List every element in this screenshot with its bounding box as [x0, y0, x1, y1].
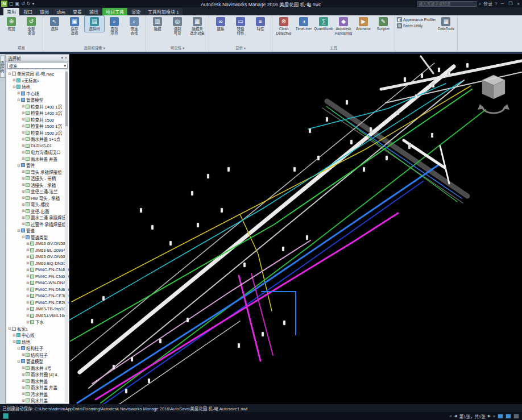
tree-expander-icon[interactable]: ⊟ — [7, 326, 12, 331]
tree-item[interactable]: ⊟管道 — [6, 227, 69, 234]
redo-icon[interactable]: ↻ — [27, 1, 31, 6]
tree-expander-icon[interactable]: ⊞ — [21, 117, 26, 122]
manhole-cylinder[interactable] — [431, 133, 433, 138]
tree-expander-icon[interactable]: ⊞ — [21, 379, 26, 383]
tree-item[interactable]: ⊞雨水井盖 井盖 — [6, 384, 69, 391]
selection-tree-dock-tab[interactable]: 选择树 — [0, 56, 5, 78]
manhole-cylinder[interactable] — [197, 223, 199, 227]
tree-item[interactable]: ⊞雨水井盖 1+1点 — [6, 136, 69, 143]
ribbon-button-find-items[interactable]: ⌕查找 项目 — [105, 16, 124, 36]
tree-expander-icon[interactable]: ⊟ — [16, 346, 21, 351]
tree-expander-icon[interactable]: ⊟ — [7, 72, 12, 76]
signin-label[interactable]: 登录 — [483, 1, 492, 7]
tree-item[interactable]: ⊞结构柱子 — [6, 352, 69, 359]
tree-item[interactable]: ⊞JM63 GV-DN600 — [6, 253, 69, 260]
cross-road[interactable] — [327, 101, 467, 196]
ribbon-button-scripter[interactable]: ✎Scripter — [374, 16, 393, 32]
manhole-cylinder[interactable] — [283, 321, 285, 325]
tree-item[interactable]: ⊞JM63-BL-20994 — [6, 247, 69, 254]
top-cross-stub[interactable] — [421, 56, 433, 73]
tree-expander-icon[interactable]: ⊟ — [16, 98, 21, 102]
manhole-cylinder[interactable] — [140, 208, 142, 213]
manhole-cylinder[interactable] — [404, 77, 406, 82]
tree-item[interactable]: ⊟结构柱子 — [6, 345, 69, 352]
tree-item[interactable]: ⊞变径三通-法兰 — [6, 188, 69, 195]
tree-item[interactable]: ⊞雨水井 4号 — [6, 365, 69, 372]
undo-icon[interactable]: ↺ — [21, 1, 25, 6]
tree-expander-icon[interactable]: ⊟ — [16, 359, 21, 364]
tree-item[interactable]: ⊞JM63 GV-DN500 — [6, 240, 69, 247]
tree-item[interactable]: ⊟管道模型 — [6, 358, 69, 365]
tree-expander-icon[interactable]: ⊞ — [21, 202, 26, 207]
tree-expander-icon[interactable]: ⊞ — [21, 196, 26, 200]
tree-expander-icon[interactable]: ⊞ — [26, 268, 30, 272]
tree-expander-icon[interactable]: ⊞ — [21, 137, 26, 142]
tree-item[interactable]: ⊞雨水井圈 [4] 4 — [6, 371, 69, 378]
ribbon-button-datatools[interactable]: ▦DataTools — [436, 16, 455, 32]
manhole-cylinder[interactable] — [125, 389, 127, 393]
tree-item[interactable]: ⊞PM4C-FN-CN400 — [6, 267, 69, 273]
ribbon-button-links[interactable]: ∞链接 — [211, 16, 230, 32]
ribbon-button-batch-utility[interactable]: ⊞Batch Utility — [397, 23, 436, 28]
tab-home[interactable]: 常用 — [3, 8, 19, 15]
manhole-cylinder[interactable] — [309, 128, 311, 133]
tree-expander-icon[interactable]: ⊞ — [21, 222, 26, 226]
tree-item[interactable]: ⊞中心线 — [6, 90, 69, 97]
tab-view[interactable]: 查看 — [69, 8, 85, 15]
tab-review[interactable]: 审阅 — [36, 8, 52, 15]
manhole-cylinder[interactable] — [227, 167, 230, 172]
tree-expander-icon[interactable]: ⊞ — [21, 392, 26, 396]
tree-item[interactable]: ⊟管道模型 — [6, 97, 69, 103]
maximize-button[interactable]: ❐ — [507, 1, 513, 6]
tree-item[interactable]: ⊞雨水井盖 — [6, 378, 69, 385]
tree-expander-icon[interactable]: ⊞ — [21, 150, 26, 155]
tree-item[interactable]: ⊞<无标高> — [6, 77, 69, 84]
manhole-cylinder[interactable] — [306, 235, 308, 240]
manhole-cylinder[interactable] — [102, 296, 105, 301]
tree-item[interactable]: ⊞雨水井盖 井盖 — [6, 156, 69, 163]
manhole-cylinder[interactable] — [415, 94, 417, 99]
manhole-cylinder[interactable] — [421, 73, 423, 78]
manhole-cylinder[interactable] — [346, 100, 348, 105]
save-icon[interactable]: ▣ — [15, 1, 20, 6]
ribbon-button-autodesk-rendering[interactable]: ◆Autodesk Rendering — [334, 16, 353, 36]
manhole-cylinder[interactable] — [243, 263, 246, 267]
tree-expander-icon[interactable]: ⊞ — [26, 255, 30, 259]
tab-animation[interactable]: 动画 — [53, 8, 69, 15]
tree-expander-icon[interactable]: ⊞ — [21, 143, 26, 148]
white-service-line[interactable] — [119, 321, 240, 404]
manhole-cylinder[interactable] — [438, 68, 440, 72]
manhole-cylinder[interactable] — [151, 225, 154, 230]
tree-expander-icon[interactable]: ⊞ — [26, 274, 30, 278]
ribbon-button-save-selection[interactable]: ▣保存 选择 — [65, 16, 84, 36]
tree-expander-icon[interactable]: ⊞ — [21, 215, 26, 220]
tree-item[interactable]: ⊞检查井 1500 1沉 — [6, 123, 69, 130]
tree-item[interactable]: ⊟管件 — [6, 162, 69, 169]
tree-item[interactable]: ⊞过营件 承插焊接组 — [6, 221, 69, 228]
tree-item[interactable]: ⊞PM4C-FN-CE200 — [6, 300, 69, 306]
tree-item[interactable]: ⊟场地 — [6, 339, 69, 346]
tree-item[interactable]: ⊞检查井 1500 — [6, 117, 69, 123]
tree-item[interactable]: ⊟管道类型 — [6, 234, 69, 241]
search-icon[interactable]: ⌕ — [479, 1, 481, 7]
ribbon-button-animator[interactable]: ▶Animator — [354, 16, 373, 32]
tab-item-tools[interactable]: 项目工具 — [102, 8, 127, 15]
manhole-cylinder[interactable] — [282, 247, 284, 251]
tree-item[interactable]: ⊞HW 弯头 - 承插 — [6, 195, 69, 202]
tree-item[interactable]: ⊞活接头 - 承插 — [6, 182, 69, 189]
viewport-3d[interactable] — [69, 54, 522, 404]
tree-expander-icon[interactable]: ⊞ — [21, 130, 26, 135]
pager-prev-button[interactable]: ◀ — [454, 414, 457, 418]
tree-expander-icon[interactable]: ⊞ — [26, 307, 30, 311]
manhole-cylinder[interactable] — [113, 365, 115, 369]
qat-dropdown-icon[interactable]: ▾ — [32, 1, 35, 6]
main-road-edge-lower[interactable] — [89, 80, 464, 388]
tree-expander-icon[interactable]: ⊞ — [21, 176, 26, 181]
tree-expander-icon[interactable]: ⊞ — [21, 111, 26, 115]
tree-expander-icon[interactable]: ⊞ — [26, 300, 30, 305]
tree-expander-icon[interactable]: ⊞ — [21, 352, 26, 357]
tab-output[interactable]: 输出 — [86, 8, 102, 15]
tree-item[interactable]: ⊞圆水三通 承插焊接 — [6, 214, 69, 221]
tree-expander-icon[interactable]: ⊟ — [21, 235, 26, 239]
ribbon-button-appearance-profiler[interactable]: ◧Appearance Profiler — [397, 17, 436, 22]
